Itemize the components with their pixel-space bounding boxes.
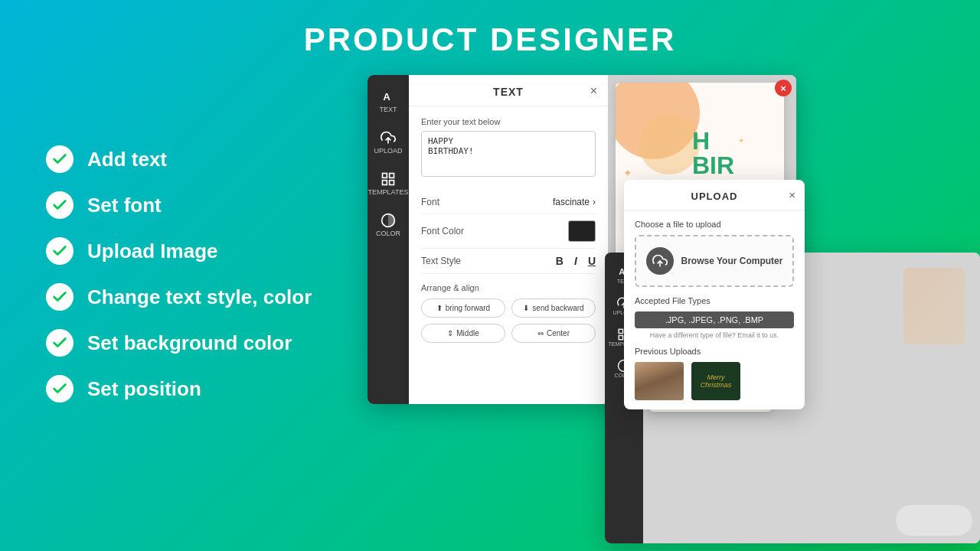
thumb-overlay-2: Merry Christmas xyxy=(691,362,740,400)
svg-rect-10 xyxy=(619,329,622,333)
feature-item-change-style: Change text style, color xyxy=(46,283,312,311)
check-icon-set-position xyxy=(46,375,74,403)
templates-icon xyxy=(381,171,396,187)
feature-label-bg-color: Set background color xyxy=(87,331,292,355)
prev-thumb-2[interactable]: Merry Christmas xyxy=(691,362,740,400)
italic-button[interactable]: I xyxy=(574,255,577,267)
center-icon: ⇔ xyxy=(537,329,544,337)
choose-file-label: Choose a file to upload xyxy=(635,220,794,229)
feature-label-upload-image: Upload Image xyxy=(87,240,217,263)
font-value[interactable]: fascinate › xyxy=(553,197,596,207)
underline-button[interactable]: U xyxy=(588,255,596,267)
checkmark-svg xyxy=(51,151,68,168)
arrange-buttons: ⬆ bring forward ⬇ send backward ⇕ Middle… xyxy=(421,298,596,343)
center-button[interactable]: ⇔ Center xyxy=(511,324,596,343)
thumb-overlay-1 xyxy=(635,362,684,400)
bold-button[interactable]: B xyxy=(556,255,564,267)
font-color-row: Font Color xyxy=(421,214,596,249)
sidebar-color-label: COLOR xyxy=(376,230,400,237)
thumb-text-2: Merry Christmas xyxy=(691,370,740,392)
check-icon-add-text xyxy=(46,145,74,173)
svg-rect-12 xyxy=(619,336,622,340)
feature-label-set-font: Set font xyxy=(87,194,162,217)
font-color-label: Font Color xyxy=(421,226,464,236)
arrange-label: Arrange & align xyxy=(421,283,596,292)
sidebar-text-label: TEXT xyxy=(379,106,397,113)
text-modal-body: Enter your text below HAPPY BIRTHDAY! Fo… xyxy=(409,106,608,354)
svg-rect-4 xyxy=(383,181,387,185)
checkmark-svg xyxy=(51,197,68,214)
text-style-row: Text Style B I U xyxy=(421,249,596,274)
send-backward-button[interactable]: ⬇ send backward xyxy=(511,298,596,318)
card-decoration-2 xyxy=(639,113,700,174)
file-types-badge: .JPG, .JPEG, .PNG, .BMP xyxy=(635,311,794,328)
feature-item-set-position: Set position xyxy=(46,375,312,403)
email-hint-text: Have a different type of file? Email it … xyxy=(635,331,794,339)
text-modal-title: TEXT xyxy=(493,86,524,98)
feature-label-set-position: Set position xyxy=(87,377,201,401)
send-backward-icon: ⬇ xyxy=(523,304,529,312)
font-row: Font fascinate › xyxy=(421,191,596,214)
bring-forward-icon: ⬆ xyxy=(436,304,443,312)
text-icon: A xyxy=(381,89,396,104)
text-modal: TEXT × Enter your text below HAPPY BIRTH… xyxy=(409,75,608,404)
browse-computer-text: Browse Your Computer xyxy=(681,256,783,266)
check-icon-bg-color xyxy=(46,329,74,357)
svg-text:A: A xyxy=(383,91,390,103)
bg-deco-right xyxy=(903,268,965,344)
feature-item-set-font: Set font xyxy=(46,191,312,219)
svg-rect-2 xyxy=(383,174,387,178)
checkmark-svg xyxy=(51,243,68,259)
prev-thumb-1[interactable] xyxy=(635,362,684,400)
sidebar-item-templates[interactable]: TEMPLATES xyxy=(368,165,409,202)
upload-icon xyxy=(381,130,396,145)
color-swatch[interactable] xyxy=(568,220,596,242)
check-icon-change-style xyxy=(46,283,74,311)
feature-label-add-text: Add text xyxy=(87,148,167,171)
text-style-label: Text Style xyxy=(421,256,461,266)
svg-rect-3 xyxy=(390,174,394,178)
upload-modal-body: Choose a file to upload Browse Your Comp… xyxy=(624,210,805,409)
text-modal-close-button[interactable]: × xyxy=(590,84,597,98)
text-modal-header: TEXT × xyxy=(409,75,608,106)
font-label: Font xyxy=(421,197,439,207)
bg-deco-bottom xyxy=(896,505,972,536)
thumb-bg-1 xyxy=(635,362,684,400)
checkmark-svg xyxy=(51,289,68,305)
upload-cloud-icon xyxy=(646,247,674,275)
cloud-upload-icon xyxy=(652,253,668,269)
check-icon-upload-image xyxy=(46,237,74,265)
feature-label-change-style: Change text style, color xyxy=(87,285,312,309)
page-title: PRODUCT DESIGNER xyxy=(0,0,980,58)
upload-modal-title: UPLOAD xyxy=(691,191,738,202)
text-input[interactable]: HAPPY BIRTHDAY! xyxy=(421,131,596,177)
star-decoration-2: ✦ xyxy=(738,136,744,145)
checkmark-svg xyxy=(51,334,68,351)
card-text: H BIR xyxy=(692,129,734,178)
enter-text-label: Enter your text below xyxy=(421,117,596,126)
upload-modal-header: UPLOAD × xyxy=(624,180,805,210)
feature-item-add-text: Add text xyxy=(46,145,312,173)
text-style-buttons: B I U xyxy=(556,255,596,267)
svg-rect-5 xyxy=(390,181,394,185)
sidebar-item-text[interactable]: A TEXT xyxy=(368,83,409,119)
upload-dropzone[interactable]: Browse Your Computer xyxy=(635,235,794,287)
previous-uploads-label: Previous Uploads xyxy=(635,347,794,356)
middle-button[interactable]: ⇕ Middle xyxy=(421,324,505,343)
close-red-button[interactable]: × xyxy=(775,80,792,96)
feature-list: Add text Set font Upload Image Change te… xyxy=(46,145,312,403)
feature-item-upload-image: Upload Image xyxy=(46,237,312,265)
accepted-file-types-label: Accepted File Types xyxy=(635,296,794,305)
bring-forward-button[interactable]: ⬆ bring forward xyxy=(421,298,505,318)
sidebar-templates-label: TEMPLATES xyxy=(368,188,409,196)
designer-sidebar: A TEXT UPLOAD TEMPLATES COLOR xyxy=(368,75,409,404)
sidebar-item-upload[interactable]: UPLOAD xyxy=(368,124,409,161)
thumb-bg-2: Merry Christmas xyxy=(691,362,740,400)
chevron-right-icon: › xyxy=(593,197,596,207)
color-icon xyxy=(381,213,396,228)
upload-modal-close-button[interactable]: × xyxy=(789,188,795,201)
upload-modal: UPLOAD × Choose a file to upload Browse … xyxy=(624,180,805,409)
sidebar-item-color[interactable]: COLOR xyxy=(368,207,409,243)
star-decoration: ✦ xyxy=(623,167,632,179)
feature-item-bg-color: Set background color xyxy=(46,329,312,357)
